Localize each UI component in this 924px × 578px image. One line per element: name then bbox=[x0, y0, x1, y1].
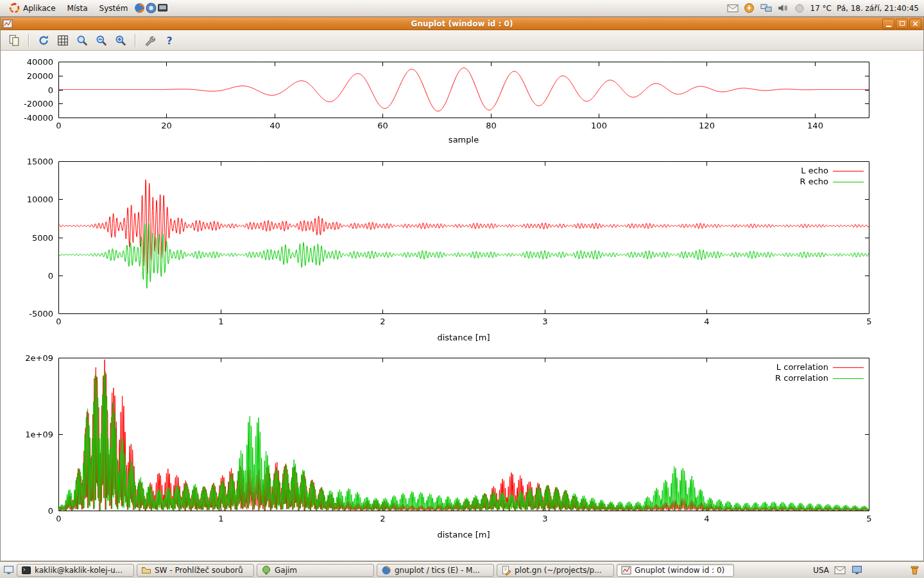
close-button[interactable]: × bbox=[909, 19, 921, 29]
panel-tray: 17 °C Pá, 18. září, 21:40:45 bbox=[727, 3, 922, 14]
help-icon[interactable] bbox=[145, 3, 157, 14]
copy-icon[interactable] bbox=[6, 32, 22, 49]
settings-icon[interactable] bbox=[142, 32, 158, 49]
display-icon[interactable] bbox=[851, 565, 862, 576]
clock[interactable]: Pá, 18. září, 21:40:45 bbox=[837, 4, 919, 13]
panel-menus: Aplikace Místa Systém bbox=[3, 0, 168, 16]
firefox-icon[interactable] bbox=[133, 3, 145, 14]
taskbar-item-editor[interactable]: plot.gn (~/projects/p... bbox=[497, 564, 614, 577]
menu-label-places: Místa bbox=[67, 4, 88, 13]
taskbar-item-label: kaklik@kaklik-kolej-u... bbox=[35, 566, 123, 575]
taskbar-item-gajim[interactable]: Gajim bbox=[257, 564, 374, 577]
menu-system[interactable]: Systém bbox=[94, 0, 134, 16]
window-title: Gnuplot (window id : 0) bbox=[1, 19, 923, 28]
toolbar-separator bbox=[28, 34, 30, 47]
temperature-label: 17 °C bbox=[810, 4, 832, 13]
mail-icon[interactable] bbox=[727, 3, 739, 14]
menu-label-applications: Aplikace bbox=[23, 4, 56, 13]
svg-text:?: ? bbox=[166, 35, 172, 46]
minimize-button[interactable] bbox=[882, 19, 894, 29]
volume-icon[interactable] bbox=[777, 3, 789, 14]
network-icon[interactable] bbox=[760, 3, 772, 14]
mail-icon[interactable] bbox=[834, 565, 846, 576]
ubuntu-logo-icon bbox=[8, 3, 20, 14]
gnuplot-icon bbox=[621, 565, 631, 575]
gnuplot-window-icon bbox=[3, 19, 13, 29]
screenshot-icon[interactable] bbox=[157, 3, 168, 14]
taskbar: kaklik@kaklik-kolej-u... SW - Prohlížeč … bbox=[0, 561, 924, 578]
window-titlebar[interactable]: Gnuplot (window id : 0) × bbox=[1, 17, 923, 30]
file-manager-icon bbox=[141, 565, 151, 575]
minimize-icon bbox=[886, 26, 891, 27]
grid-icon[interactable] bbox=[55, 32, 71, 49]
gnuplot-window: Gnuplot (window id : 0) × bbox=[0, 17, 924, 561]
taskbar-item-label: plot.gn (~/projects/p... bbox=[515, 566, 602, 575]
help-icon[interactable]: ? bbox=[161, 32, 178, 49]
updates-icon[interactable] bbox=[744, 3, 755, 14]
window-controls: × bbox=[882, 19, 921, 29]
close-icon: × bbox=[912, 21, 918, 27]
gajim-icon bbox=[261, 565, 271, 575]
menu-places[interactable]: Místa bbox=[62, 0, 94, 16]
text-editor-icon bbox=[501, 565, 511, 575]
terminal-icon bbox=[21, 565, 31, 575]
plot-area bbox=[1, 51, 923, 561]
taskbar-item-gnuplot[interactable]: Gnuplot (window id : 0) bbox=[617, 564, 734, 577]
taskbar-item-label: gnuplot / tics (E) - M... bbox=[395, 566, 480, 575]
zoom-in-icon[interactable] bbox=[112, 32, 129, 49]
taskbar-item-label: SW - Prohlížeč souborů bbox=[155, 566, 243, 575]
refresh-icon[interactable] bbox=[35, 32, 52, 49]
taskbar-item-label: Gnuplot (window id : 0) bbox=[635, 566, 724, 575]
keyboard-layout-indicator[interactable]: USA bbox=[813, 566, 829, 575]
zoom-icon[interactable] bbox=[74, 32, 90, 49]
taskbar-item-file-manager[interactable]: SW - Prohlížeč souborů bbox=[137, 564, 254, 577]
maximize-button[interactable] bbox=[896, 19, 908, 29]
menu-label-system: Systém bbox=[99, 4, 128, 13]
zoom-out-icon[interactable] bbox=[93, 32, 110, 49]
firefox-icon bbox=[381, 565, 391, 575]
weather-icon bbox=[794, 3, 805, 14]
menu-applications[interactable]: Aplikace bbox=[3, 0, 62, 16]
taskbar-item-firefox[interactable]: gnuplot / tics (E) - M... bbox=[377, 564, 494, 577]
top-panel: Aplikace Místa Systém bbox=[0, 0, 924, 17]
trash-icon[interactable] bbox=[909, 565, 920, 576]
show-desktop-icon[interactable] bbox=[3, 565, 14, 576]
taskbar-tray: USA bbox=[813, 565, 921, 576]
gnuplot-plots-canvas bbox=[1, 51, 923, 561]
maximize-icon bbox=[900, 21, 905, 26]
toolbar-separator bbox=[135, 34, 136, 47]
taskbar-item-label: Gajim bbox=[275, 566, 297, 575]
window-toolbar: ? bbox=[1, 30, 923, 51]
taskbar-item-terminal[interactable]: kaklik@kaklik-kolej-u... bbox=[17, 564, 134, 577]
